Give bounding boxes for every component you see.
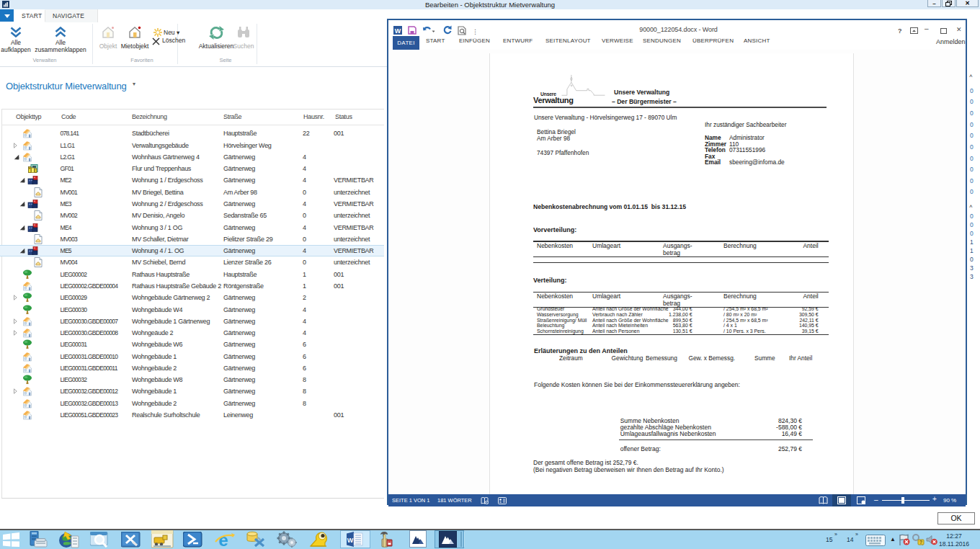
svg-text:W: W bbox=[395, 27, 401, 35]
svg-text:e: e bbox=[218, 531, 228, 548]
svg-text:W: W bbox=[347, 537, 354, 544]
svg-text:?: ? bbox=[919, 540, 922, 545]
